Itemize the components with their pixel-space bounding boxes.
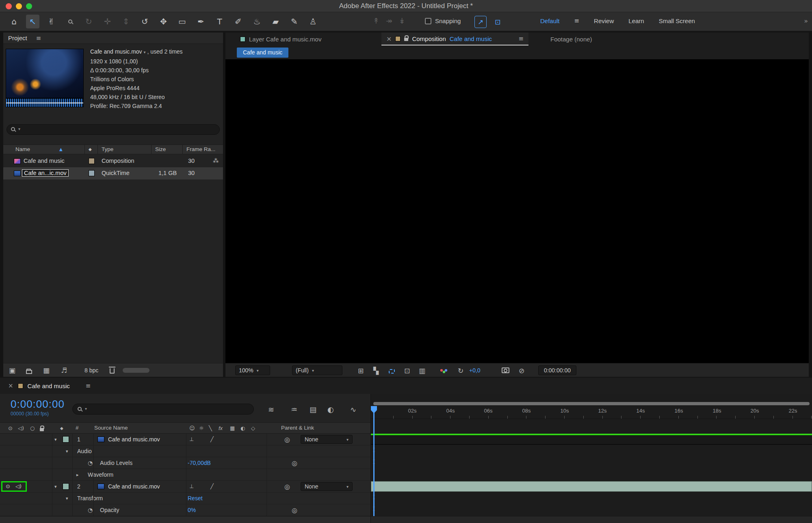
column-name[interactable]: Name	[15, 146, 30, 152]
layer-source-name[interactable]: Cafe and music.mov	[108, 483, 160, 490]
snap-to-frame-icon[interactable]: ⊡	[492, 16, 504, 28]
frame-blend-switch-icon[interactable]: ▦	[230, 425, 235, 431]
project-row-footage[interactable]: Cafe an...ic.mov QuickTime 1,1 GB 30	[3, 167, 223, 179]
puppet-pin-tool-icon[interactable]: ♙	[306, 15, 320, 28]
parent-dropdown[interactable]: None ▾	[301, 482, 353, 491]
quality-switch-icon[interactable]: ╲	[209, 425, 212, 431]
composition-breadcrumb-chip[interactable]: Cafe and music	[237, 48, 288, 58]
preview-time-display[interactable]: 0:00:00:00	[538, 365, 576, 375]
current-time-indicator-line[interactable]	[373, 407, 375, 523]
label-column-icon[interactable]: ◆	[60, 426, 63, 430]
layer-color-swatch[interactable]	[63, 436, 69, 443]
group-label[interactable]: Transform	[77, 495, 103, 501]
home-icon[interactable]: ⌂	[7, 15, 21, 28]
fx-switch-icon[interactable]: fx	[219, 425, 223, 431]
shape-tool-icon[interactable]: ▭	[175, 15, 189, 28]
label-color-swatch[interactable]	[89, 170, 95, 176]
transform-group-row[interactable]: ▾ Transform Reset	[0, 493, 370, 504]
parent-link-column[interactable]: Parent & Link	[281, 425, 314, 431]
footage-viewer-tab[interactable]: Footage (none)	[550, 32, 592, 45]
opacity-row[interactable]: ◔ Opacity 0% ◎	[0, 504, 370, 516]
timeline-panel-menu-icon[interactable]: ≡	[86, 382, 91, 389]
current-time-display[interactable]: 0:00:00:00	[11, 398, 65, 411]
reset-exposure-icon[interactable]: ↻	[458, 367, 463, 375]
timeline-track-area[interactable]: 02s 04s 06s 08s 10s 12s 14s 16s 18s 20s …	[370, 394, 812, 523]
label-color-swatch[interactable]	[89, 158, 95, 164]
selection-tool-icon[interactable]: ↖	[26, 15, 39, 28]
draft-3d-icon[interactable]: ♒	[291, 405, 297, 414]
property-pickwhip-icon[interactable]: ◎	[292, 506, 297, 514]
layer-expand-chevron-icon[interactable]: ▾	[54, 484, 57, 489]
layer-color-swatch[interactable]	[63, 483, 69, 490]
parent-pickwhip-icon[interactable]: ◎	[284, 436, 290, 443]
project-tab-label[interactable]: Project	[8, 35, 27, 41]
motion-blur-switch-icon[interactable]: ◐	[240, 425, 245, 431]
hide-shy-layers-icon[interactable]: ▤	[310, 405, 316, 414]
property-label[interactable]: Opacity	[100, 507, 119, 513]
exposure-value[interactable]: +0,0	[469, 367, 481, 374]
shy-switch-icon[interactable]: ☺	[189, 425, 195, 431]
group-expand-chevron-icon[interactable]: ▾	[66, 496, 68, 501]
source-name-column[interactable]: Source Name	[94, 425, 128, 431]
type-tool-icon[interactable]: T	[213, 15, 226, 28]
composition-viewer-tab[interactable]: × Composition Cafe and music ≡	[381, 32, 528, 45]
column-size[interactable]: Size	[155, 146, 166, 152]
project-footer-scrollbar[interactable]	[123, 368, 149, 373]
layer-expand-chevron-icon[interactable]: ▾	[54, 437, 57, 442]
search-options-caret-icon[interactable]: ▾	[18, 127, 20, 131]
property-value[interactable]: 0%	[188, 507, 196, 513]
workspace-review[interactable]: Review	[594, 17, 614, 24]
workspace-menu-icon[interactable]: ≡	[574, 17, 580, 24]
group-label[interactable]: Waveform	[88, 471, 113, 478]
column-type[interactable]: Type	[102, 146, 113, 152]
group-collapsed-chevron-icon[interactable]: ▸	[76, 472, 79, 478]
magnification-dropdown[interactable]: 100% ▾	[235, 365, 270, 375]
group-expand-chevron-icon[interactable]: ▾	[66, 449, 68, 454]
layer-viewer-tab[interactable]: Layer Cafe and music.mov	[240, 32, 321, 45]
show-snapshot-icon[interactable]: ⊘	[519, 367, 524, 375]
world-axis-mode-icon[interactable]: ↠	[386, 16, 392, 25]
clone-stamp-tool-icon[interactable]: ♨	[250, 15, 264, 28]
project-search-input[interactable]: ▾	[6, 124, 220, 135]
interpret-footage-icon[interactable]: ▣	[9, 366, 15, 374]
close-tab-icon[interactable]: ×	[386, 35, 392, 43]
layer2-duration-bar[interactable]	[371, 481, 812, 492]
close-tab-icon[interactable]: ×	[8, 382, 13, 389]
collapse-switch-icon[interactable]: ☼	[199, 425, 204, 431]
orbit-camera-tool-icon[interactable]: ↻	[82, 15, 95, 28]
new-folder-icon[interactable]	[26, 368, 32, 376]
item-name[interactable]: Cafe and music	[24, 158, 65, 164]
resolution-dropdown[interactable]: (Full) ▾	[292, 365, 342, 375]
stopwatch-icon[interactable]: ◔	[88, 507, 93, 513]
dolly-camera-tool-icon[interactable]: ⇕	[119, 15, 133, 28]
waveform-row[interactable]: ▸ Waveform	[0, 469, 370, 481]
parent-pickwhip-icon[interactable]: ◎	[284, 483, 290, 491]
3d-switch-icon[interactable]: ◇	[251, 425, 255, 431]
toolbar-overflow-icon[interactable]: »	[804, 17, 808, 25]
project-av-settings-icon[interactable]: ♬	[61, 366, 67, 374]
frame-blending-icon[interactable]: ◐	[327, 405, 334, 414]
eraser-tool-icon[interactable]: ▰	[269, 15, 282, 28]
grid-guide-options-icon[interactable]: ⊞	[358, 367, 364, 375]
time-ruler[interactable]: 02s 04s 06s 08s 10s 12s 14s 16s 18s 20s …	[371, 407, 812, 419]
audio-column-icon[interactable]: ◁)	[18, 425, 24, 431]
roto-brush-tool-icon[interactable]: ✎	[288, 15, 301, 28]
mask-visibility-icon[interactable]	[389, 367, 395, 376]
project-panel-menu-icon[interactable]: ≡	[36, 35, 41, 42]
search-options-caret-icon[interactable]: ▾	[85, 406, 87, 411]
timeline-comp-tab[interactable]: × Cafe and music ≡	[8, 378, 91, 394]
property-value[interactable]: -70,00dB	[188, 460, 211, 466]
footage-tab-label[interactable]: Footage (none)	[550, 36, 592, 43]
label-column-icon[interactable]: ◆	[89, 147, 92, 151]
workspace-default[interactable]: Default	[540, 17, 560, 24]
audio-enabled-icon[interactable]: ◁)	[15, 483, 22, 489]
parent-dropdown[interactable]: None ▾	[301, 435, 353, 444]
property-pickwhip-icon[interactable]: ◎	[292, 459, 297, 467]
column-frame-rate[interactable]: Frame Ra...	[186, 146, 215, 152]
item-name-rename-field[interactable]: Cafe an...ic.mov	[22, 169, 69, 177]
layer1-duration-bar[interactable]	[371, 435, 812, 445]
snapshot-camera-icon[interactable]	[502, 367, 509, 375]
snap-to-edges-icon[interactable]: ↗	[474, 16, 487, 28]
pan-camera-tool-icon[interactable]: ✛	[101, 15, 114, 28]
footage-name-caret-icon[interactable]: ▾	[144, 50, 146, 54]
